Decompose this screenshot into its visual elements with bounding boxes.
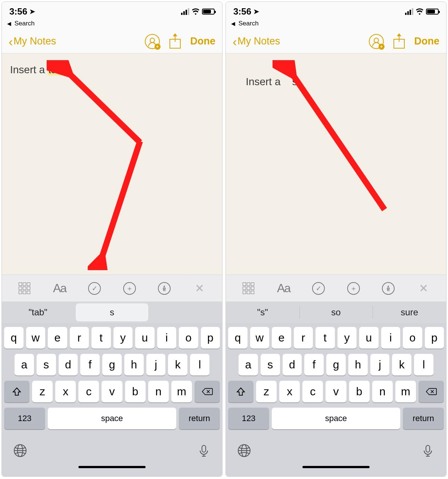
key-m[interactable]: m xyxy=(395,381,416,402)
key-i[interactable]: i xyxy=(381,327,401,349)
key-b[interactable]: b xyxy=(125,381,146,402)
suggestion-0[interactable]: "tab" xyxy=(2,302,74,323)
key-n[interactable]: n xyxy=(372,381,393,402)
key-v[interactable]: v xyxy=(326,381,346,402)
key-q[interactable]: q xyxy=(4,327,24,349)
key-r[interactable]: r xyxy=(70,327,89,349)
close-keyboard-icon[interactable]: ✕ xyxy=(192,281,207,296)
key-h[interactable]: h xyxy=(124,354,144,376)
key-b[interactable]: b xyxy=(349,381,370,402)
back-button[interactable]: ‹ My Notes xyxy=(9,35,56,48)
breadcrumb[interactable]: ◀ Search xyxy=(2,20,222,30)
key-t[interactable]: t xyxy=(91,327,111,349)
key-backspace[interactable] xyxy=(195,381,220,402)
done-button[interactable]: Done xyxy=(414,35,440,47)
key-f[interactable]: f xyxy=(304,354,324,376)
share-icon[interactable] xyxy=(169,34,181,49)
key-i[interactable]: i xyxy=(157,327,177,349)
key-p[interactable]: p xyxy=(201,327,220,349)
home-indicator[interactable] xyxy=(226,464,446,476)
key-d[interactable]: d xyxy=(59,354,78,376)
key-d[interactable]: d xyxy=(283,354,302,376)
key-return[interactable]: return xyxy=(403,408,444,429)
key-r[interactable]: r xyxy=(294,327,313,349)
globe-icon[interactable] xyxy=(13,444,27,458)
markup-icon[interactable] xyxy=(156,281,172,296)
key-z[interactable]: z xyxy=(256,381,277,402)
key-c[interactable]: c xyxy=(78,381,99,402)
mic-icon[interactable] xyxy=(197,444,211,458)
key-backspace[interactable] xyxy=(419,381,444,402)
key-y[interactable]: y xyxy=(337,327,357,349)
key-shift[interactable] xyxy=(4,381,29,402)
key-g[interactable]: g xyxy=(326,354,346,376)
key-l[interactable]: l xyxy=(414,354,433,376)
key-return[interactable]: return xyxy=(179,408,220,429)
format-icon[interactable]: Aa xyxy=(52,281,67,296)
breadcrumb[interactable]: ◀ Search xyxy=(226,20,446,30)
key-g[interactable]: g xyxy=(102,354,122,376)
key-shift[interactable] xyxy=(228,381,253,402)
done-button[interactable]: Done xyxy=(190,35,216,47)
key-w[interactable]: w xyxy=(250,327,270,349)
key-v[interactable]: v xyxy=(102,381,122,402)
key-123[interactable]: 123 xyxy=(228,408,269,429)
add-people-icon[interactable]: + xyxy=(145,34,160,49)
note-editor[interactable]: Insert a s xyxy=(226,53,446,275)
chevron-left-icon: ‹ xyxy=(9,35,13,48)
key-space[interactable]: space xyxy=(48,408,176,429)
globe-icon[interactable] xyxy=(237,444,251,458)
key-n[interactable]: n xyxy=(148,381,169,402)
key-e[interactable]: e xyxy=(272,327,291,349)
suggestion-1[interactable]: s xyxy=(76,303,148,321)
key-u[interactable]: u xyxy=(135,327,155,349)
key-j[interactable]: j xyxy=(370,354,390,376)
key-j[interactable]: j xyxy=(146,354,166,376)
key-t[interactable]: t xyxy=(315,327,335,349)
key-x[interactable]: x xyxy=(55,381,76,402)
key-u[interactable]: u xyxy=(359,327,379,349)
key-w[interactable]: w xyxy=(26,327,46,349)
key-l[interactable]: l xyxy=(190,354,209,376)
mic-icon[interactable] xyxy=(421,444,435,458)
annotation-arrow-bottom xyxy=(88,139,147,270)
back-button[interactable]: ‹ My Notes xyxy=(233,35,280,48)
suggestion-2[interactable]: sure xyxy=(373,302,446,323)
key-y[interactable]: y xyxy=(113,327,133,349)
add-attachment-icon[interactable]: ＋ xyxy=(122,281,137,296)
suggestion-0[interactable]: "s" xyxy=(226,302,299,323)
key-k[interactable]: k xyxy=(168,354,187,376)
key-s[interactable]: s xyxy=(261,354,280,376)
checklist-icon[interactable]: ✓ xyxy=(87,281,102,296)
key-q[interactable]: q xyxy=(228,327,248,349)
key-f[interactable]: f xyxy=(80,354,100,376)
suggestion-1[interactable]: so xyxy=(299,302,373,323)
key-123[interactable]: 123 xyxy=(4,408,45,429)
key-z[interactable]: z xyxy=(32,381,53,402)
key-space[interactable]: space xyxy=(272,408,400,429)
share-icon[interactable] xyxy=(393,34,405,49)
home-indicator[interactable] xyxy=(2,464,222,476)
note-editor[interactable]: Insert a tab xyxy=(2,53,222,275)
format-icon[interactable]: Aa xyxy=(276,281,291,296)
close-keyboard-icon[interactable]: ✕ xyxy=(416,281,431,296)
key-a[interactable]: a xyxy=(15,354,34,376)
key-e[interactable]: e xyxy=(48,327,67,349)
key-o[interactable]: o xyxy=(403,327,422,349)
key-k[interactable]: k xyxy=(392,354,411,376)
key-x[interactable]: x xyxy=(279,381,300,402)
key-o[interactable]: o xyxy=(179,327,198,349)
key-s[interactable]: s xyxy=(37,354,56,376)
add-people-icon[interactable]: + xyxy=(369,34,384,49)
markup-icon[interactable] xyxy=(380,281,396,296)
suggestion-2[interactable] xyxy=(150,302,222,323)
add-attachment-icon[interactable]: ＋ xyxy=(346,281,361,296)
key-a[interactable]: a xyxy=(239,354,258,376)
key-c[interactable]: c xyxy=(302,381,323,402)
key-p[interactable]: p xyxy=(425,327,444,349)
table-icon[interactable] xyxy=(241,281,256,296)
key-m[interactable]: m xyxy=(171,381,192,402)
key-h[interactable]: h xyxy=(348,354,368,376)
checklist-icon[interactable]: ✓ xyxy=(311,281,326,296)
table-icon[interactable] xyxy=(17,281,32,296)
